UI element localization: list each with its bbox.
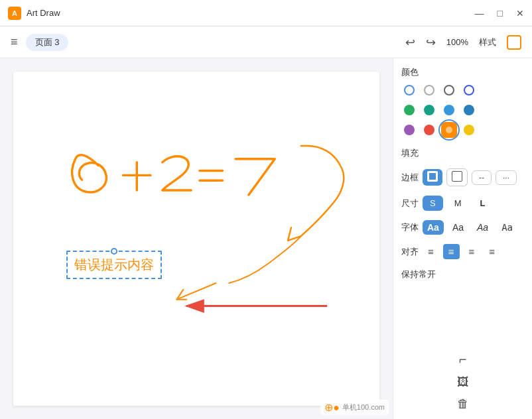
page-tab[interactable]: 页面 3 bbox=[26, 34, 69, 51]
close-button[interactable]: ✕ bbox=[516, 8, 524, 19]
font-mono-btn[interactable]: Aa bbox=[497, 220, 517, 235]
color-blue-circle[interactable] bbox=[401, 82, 417, 98]
right-panel: 颜色 bbox=[393, 58, 532, 419]
watermark: ⊕● 单机100.com bbox=[320, 400, 389, 415]
text-box-handle[interactable] bbox=[111, 248, 117, 255]
border-solid-thin-btn[interactable] bbox=[446, 168, 468, 186]
font-section: 字体 Aa Aa Aa Aa bbox=[401, 220, 524, 235]
border-radius-icon[interactable]: ⌐ bbox=[459, 352, 467, 367]
size-section: 尺寸 S M L bbox=[401, 196, 524, 211]
watermark-icon: ⊕● bbox=[324, 401, 340, 414]
undo-button[interactable]: ↩ bbox=[405, 35, 415, 50]
color-red-dot[interactable] bbox=[421, 122, 437, 138]
size-m-btn[interactable]: M bbox=[447, 196, 469, 211]
app-icon: A bbox=[8, 7, 21, 20]
size-l-btn[interactable]: L bbox=[473, 196, 493, 211]
color-section: 颜色 bbox=[401, 66, 524, 138]
size-s-btn[interactable]: S bbox=[423, 196, 443, 211]
align-right-btn[interactable]: ≡ bbox=[464, 244, 480, 259]
font-bold-btn[interactable]: Aa bbox=[423, 220, 444, 235]
minimize-button[interactable]: — bbox=[475, 8, 484, 19]
watermark-text: 单机100.com bbox=[342, 402, 385, 412]
app-title: Art Draw bbox=[27, 8, 60, 18]
maximize-button[interactable]: □ bbox=[498, 8, 503, 19]
align-section: 对齐 ≡ ≡ ≡ ≡ bbox=[401, 244, 524, 259]
toolbar: ≡ 页面 3 ↩ ↪ 100% 样式 bbox=[0, 27, 532, 58]
border-solid-thick-btn[interactable] bbox=[423, 169, 442, 186]
keep-open-label: 保持常开 bbox=[401, 269, 436, 280]
color-gray-circle[interactable] bbox=[421, 82, 437, 98]
align-justify-btn[interactable]: ≡ bbox=[484, 244, 500, 259]
border-label: 边框 bbox=[401, 172, 423, 184]
redo-button[interactable]: ↪ bbox=[426, 35, 436, 50]
color-teal-dot[interactable] bbox=[421, 102, 437, 118]
delete-icon[interactable]: 🗑 bbox=[457, 397, 469, 411]
align-label: 对齐 bbox=[401, 246, 423, 258]
color-orange-dot[interactable] bbox=[441, 122, 457, 138]
fill-section: 填充 bbox=[401, 147, 524, 159]
main-layout: 错误提示内容 ⊕● 单机100.com 颜色 bbox=[0, 58, 532, 419]
size-label: 尺寸 bbox=[401, 198, 423, 210]
font-serif-btn[interactable]: Aa bbox=[448, 220, 468, 235]
menu-icon[interactable]: ≡ bbox=[11, 35, 18, 49]
color-yellow-dot[interactable] bbox=[461, 122, 477, 138]
toolbar-right: ↩ ↪ 100% 样式 bbox=[405, 35, 521, 50]
zoom-level: 100% bbox=[446, 37, 468, 47]
align-center-btn[interactable]: ≡ bbox=[443, 244, 460, 259]
color-dark-circle[interactable] bbox=[441, 82, 457, 98]
size-options: S M L bbox=[423, 196, 492, 211]
align-left-btn[interactable]: ≡ bbox=[423, 244, 439, 259]
canvas-paper[interactable]: 错误提示内容 bbox=[13, 72, 379, 406]
style-label[interactable]: 样式 bbox=[479, 36, 496, 48]
color-label: 颜色 bbox=[401, 66, 524, 78]
font-label: 字体 bbox=[401, 221, 423, 233]
style-icon[interactable] bbox=[507, 35, 521, 50]
text-box-content: 错误提示内容 bbox=[74, 257, 154, 272]
border-section: 边框 -- ··· bbox=[401, 168, 524, 186]
border-dashed-btn[interactable]: -- bbox=[472, 170, 492, 185]
border-options: -- ··· bbox=[423, 168, 517, 186]
color-navy-circle[interactable] bbox=[461, 82, 477, 98]
color-purple-dot[interactable] bbox=[401, 122, 417, 138]
color-lightblue-dot[interactable] bbox=[441, 102, 457, 118]
window-controls: — □ ✕ bbox=[475, 8, 524, 19]
border-dotted-btn[interactable]: ··· bbox=[496, 170, 517, 185]
color-blue-dot[interactable] bbox=[461, 102, 477, 118]
align-options: ≡ ≡ ≡ ≡ bbox=[423, 244, 500, 259]
keep-open-section: 保持常开 bbox=[401, 269, 524, 280]
font-light-btn[interactable]: Aa bbox=[472, 220, 493, 235]
color-grid bbox=[401, 82, 524, 138]
text-box[interactable]: 错误提示内容 bbox=[66, 251, 162, 279]
image-icon[interactable]: 🖼 bbox=[457, 375, 469, 389]
fill-label: 填充 bbox=[401, 147, 423, 159]
canvas-area[interactable]: 错误提示内容 ⊕● 单机100.com bbox=[0, 58, 393, 419]
app-icon-text: A bbox=[12, 9, 17, 17]
color-green-dot[interactable] bbox=[401, 102, 417, 118]
titlebar: A Art Draw — □ ✕ bbox=[0, 0, 532, 27]
font-options: Aa Aa Aa Aa bbox=[423, 220, 517, 235]
handwriting-svg bbox=[13, 72, 379, 406]
